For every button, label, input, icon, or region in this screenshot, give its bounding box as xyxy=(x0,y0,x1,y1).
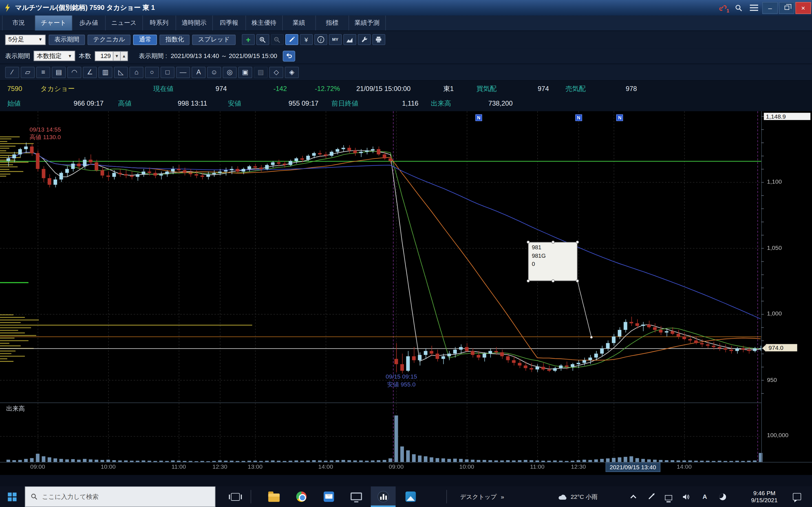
tab-news[interactable]: ニュース xyxy=(105,15,143,31)
technical-button[interactable]: テクニカル xyxy=(87,34,131,45)
stock-code: 7590 xyxy=(7,81,22,97)
desktop-toolbar[interactable]: デスクトップ » xyxy=(454,487,511,507)
tray-expand-icon[interactable] xyxy=(626,487,641,507)
x-axis-label: 09:00 xyxy=(389,464,404,470)
count-mode-select[interactable]: 本数指定▼ xyxy=(34,51,75,61)
spread-button[interactable]: スプレッド xyxy=(192,34,236,45)
low-value: 955 09:17 xyxy=(272,97,318,110)
horizontal-line-tool-button[interactable]: — xyxy=(176,66,190,78)
titlebar: マルチツール(個別銘柄) 7590 タカショー 東 1 1 – × xyxy=(0,0,812,15)
time-lines-tool-button[interactable]: ▥ xyxy=(98,66,112,78)
tab-chart[interactable]: チャート xyxy=(35,15,72,31)
tab-shihyo[interactable]: 指標 xyxy=(316,15,349,31)
network-icon[interactable] xyxy=(661,487,676,507)
restore-button[interactable] xyxy=(779,2,794,13)
news-marker[interactable]: N xyxy=(575,114,582,121)
info-button[interactable]: i xyxy=(314,34,327,45)
weather-widget[interactable]: 22°C 小雨 xyxy=(558,487,619,507)
change-percent: -12.72% xyxy=(315,81,340,97)
pen-icon[interactable] xyxy=(643,487,659,507)
minimize-button[interactable]: – xyxy=(762,2,778,13)
mail-icon xyxy=(324,492,334,502)
selection-handle[interactable] xyxy=(576,240,579,244)
note-box[interactable]: 981 981G 0 xyxy=(528,242,577,281)
file-explorer-button[interactable] xyxy=(262,487,287,507)
polygon-tool-button[interactable]: ⌂ xyxy=(130,66,144,78)
x-axis-label: 10:00 xyxy=(101,464,116,470)
volume-axis-label: 100,000 xyxy=(767,432,788,438)
count-up-button[interactable]: ▲ xyxy=(120,51,128,61)
hatch-tool-button[interactable]: ▨ xyxy=(254,66,268,78)
selection-handle[interactable] xyxy=(576,279,579,283)
mail-button[interactable] xyxy=(316,487,341,507)
normal-button[interactable]: 通常 xyxy=(133,34,157,45)
index-button[interactable]: 指数化 xyxy=(160,34,190,45)
selection-handle[interactable] xyxy=(552,240,555,244)
print-button[interactable] xyxy=(372,34,385,45)
close-button[interactable]: × xyxy=(795,2,811,13)
grid-lines-tool-button[interactable]: ▤ xyxy=(52,66,66,78)
focus-assist-icon[interactable] xyxy=(715,487,730,507)
selection-handle[interactable] xyxy=(527,279,530,283)
tab-shikyo[interactable]: 市況 xyxy=(2,15,35,31)
start-button[interactable] xyxy=(0,487,24,507)
icon-stamp-tool-button[interactable]: ☺ xyxy=(207,66,221,78)
taskbar-clock[interactable]: 9:46 PM 9/15/2021 xyxy=(744,487,785,507)
gann-fan-tool-button[interactable]: ∠ xyxy=(83,66,97,78)
search-placeholder: ここに入力して検索 xyxy=(42,492,99,501)
photos-button[interactable] xyxy=(398,487,423,507)
fib-arc-tool-button[interactable]: ◠ xyxy=(67,66,82,78)
tab-ayumine[interactable]: 歩み値 xyxy=(72,15,106,31)
news-marker[interactable]: N xyxy=(616,114,623,121)
task-view-button[interactable] xyxy=(223,487,246,507)
angle-line-tool-button[interactable]: ◺ xyxy=(114,66,128,78)
my-chart-button[interactable]: MY xyxy=(329,34,342,45)
tab-gyoseki[interactable]: 業績 xyxy=(283,15,316,31)
search-input[interactable]: ここに入力して検索 xyxy=(25,487,215,507)
volume-icon[interactable] xyxy=(678,487,694,507)
menu-icon[interactable] xyxy=(747,2,761,13)
measure-tool-button[interactable]: ▱ xyxy=(20,66,35,78)
crosshair-button[interactable]: + xyxy=(242,34,255,45)
range-value: 2021/09/13 14:40 ～ 2021/09/15 15:00 xyxy=(171,52,277,60)
zoom-out-button[interactable] xyxy=(271,34,284,45)
text-tool-button[interactable]: A xyxy=(192,66,206,78)
interval-select[interactable]: 5分足▼ xyxy=(5,34,45,45)
draw-button[interactable] xyxy=(285,34,298,45)
zoom-in-button[interactable] xyxy=(256,34,269,45)
marker-tool-button[interactable]: ◎ xyxy=(223,66,237,78)
display-period-button[interactable]: 表示期間 xyxy=(49,34,85,45)
rectangle-tool-button[interactable]: □ xyxy=(160,66,174,78)
clear-all-tool-button[interactable]: ◈ xyxy=(285,66,299,78)
yen-button[interactable]: ¥ xyxy=(300,34,313,45)
news-marker[interactable]: N xyxy=(475,114,482,121)
quote-row-secondary: 始値 966 09:17 高値 998 13:11 安値 955 09:17 前… xyxy=(0,97,812,111)
settings-button[interactable] xyxy=(358,34,371,45)
tab-tekijikaiji[interactable]: 適時開示 xyxy=(176,15,213,31)
search-icon[interactable] xyxy=(731,2,746,13)
price-chart-canvas[interactable] xyxy=(0,111,812,475)
selection-handle[interactable] xyxy=(527,240,530,244)
count-down-button[interactable]: ▼ xyxy=(113,51,121,61)
trading-app-button[interactable] xyxy=(371,487,396,507)
monitor-app-button[interactable] xyxy=(344,487,369,507)
chart-type-button[interactable] xyxy=(343,34,356,45)
selection-handle[interactable] xyxy=(552,279,555,283)
copy-object-tool-button[interactable]: ▣ xyxy=(238,66,252,78)
volume-value: 738,200 xyxy=(471,97,513,110)
notification-center-icon[interactable] xyxy=(789,487,805,507)
bar-count-input[interactable]: 129 xyxy=(95,51,113,61)
tab-jikeiretsu[interactable]: 時系列 xyxy=(143,15,176,31)
link-icon[interactable]: 1 xyxy=(716,2,730,13)
ime-indicator[interactable]: A xyxy=(697,487,712,507)
tab-yutai[interactable]: 株主優待 xyxy=(246,15,283,31)
eraser-tool-button[interactable]: ◇ xyxy=(269,66,283,78)
tab-shikiho[interactable]: 四季報 xyxy=(213,15,246,31)
current-label: 現在値 xyxy=(153,81,174,97)
horizontal-lines-tool-button[interactable]: ≡ xyxy=(36,66,50,78)
trendline-tool-button[interactable]: ∕ xyxy=(5,66,19,78)
reset-period-button[interactable] xyxy=(283,50,295,61)
chrome-button[interactable] xyxy=(289,487,314,507)
ellipse-tool-button[interactable]: ○ xyxy=(145,66,159,78)
tab-gyoseki-yosoku[interactable]: 業績予測 xyxy=(349,15,386,31)
